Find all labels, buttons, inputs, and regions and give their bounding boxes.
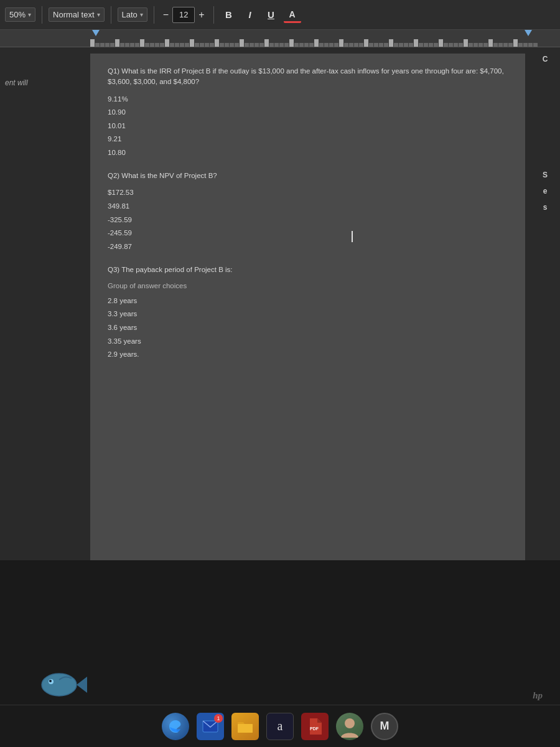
font-chevron: ▾ — [140, 11, 143, 18]
avatar-icon-svg — [338, 715, 361, 738]
ruler-right-marker[interactable] — [525, 30, 532, 36]
m-label: M — [380, 720, 390, 733]
font-size-increase[interactable]: + — [196, 9, 207, 21]
divider-4 — [213, 6, 214, 24]
q2-option-3: -325.59 — [108, 214, 508, 227]
bold-button[interactable]: B — [220, 7, 238, 23]
ruler — [0, 30, 560, 47]
svg-text:PDF: PDF — [310, 726, 319, 731]
left-margin: ent will — [0, 47, 90, 560]
svg-point-3 — [49, 680, 52, 682]
font-group: Lato ▾ — [118, 7, 147, 22]
edge-icon — [167, 718, 184, 735]
q2-option-5: -249.87 — [108, 240, 508, 254]
style-group: Normal text ▾ — [49, 7, 104, 22]
italic-button[interactable]: I — [241, 7, 259, 23]
q1-option-2: 10.90 — [108, 106, 508, 120]
right-sidebar: C S e s — [530, 47, 560, 560]
anki-label: a — [278, 719, 283, 733]
taskbar-icon-mail[interactable]: 1 — [197, 713, 224, 740]
font-size-decrease[interactable]: − — [161, 9, 171, 21]
style-chevron: ▾ — [97, 11, 100, 18]
style-select[interactable]: Normal text ▾ — [49, 7, 104, 22]
q1-option-5: 10.80 — [108, 146, 508, 160]
divider-1 — [42, 6, 42, 24]
question-2-block: Q2) What is the NPV of Project B? $172.5… — [108, 171, 508, 253]
question-2-text: Q2) What is the NPV of Project B? — [108, 171, 508, 181]
question-1-text: Q1) What is the IRR of Project B if the … — [108, 66, 508, 88]
q1-option-1: 9.11% — [108, 93, 508, 106]
mail-badge: 1 — [214, 714, 223, 723]
taskbar-icon-pdf[interactable]: PDF — [301, 713, 329, 740]
zoom-chevron: ▾ — [28, 11, 31, 18]
divider-2 — [111, 6, 111, 24]
underline-button[interactable]: U — [263, 7, 280, 23]
svg-marker-1 — [77, 677, 87, 693]
main-area: ent will Q1) What is the IRR of Project … — [0, 47, 560, 560]
zoom-group: 50% ▾ — [5, 7, 35, 22]
question-3-block: Q3) The payback period of Project B is: … — [108, 265, 508, 361]
ruler-ticks — [0, 30, 538, 47]
taskbar: 1 a PDF M — [0, 705, 560, 747]
zoom-select[interactable]: 50% ▾ — [5, 7, 35, 22]
sidebar-letter-e: e — [542, 186, 549, 197]
taskbar-icon-anki[interactable]: a — [266, 713, 294, 740]
sidebar-letter-s: S — [541, 169, 549, 181]
taskbar-icon-folder[interactable] — [231, 713, 259, 740]
q3-option-5: 2.9 years. — [108, 348, 508, 362]
q3-option-2: 3.3 years — [108, 308, 508, 321]
question-3-text: Q3) The payback period of Project B is: — [108, 265, 508, 275]
font-label: Lato — [122, 10, 138, 19]
pdf-icon-svg: PDF — [307, 718, 322, 735]
zoom-label: 50% — [9, 10, 26, 19]
divider-3 — [154, 6, 154, 24]
fish-svg — [37, 661, 87, 705]
fish-decoration — [37, 661, 87, 705]
style-label: Normal text — [53, 10, 94, 19]
taskbar-icon-m[interactable]: M — [371, 713, 398, 740]
sidebar-letter-c: C — [541, 54, 549, 65]
group-label: Group of answer choices — [108, 280, 508, 291]
q3-option-4: 3.35 years — [108, 335, 508, 349]
font-size-input[interactable] — [172, 7, 195, 23]
text-cursor — [352, 231, 353, 242]
q1-option-4: 9.21 — [108, 133, 508, 146]
question-1-block: Q1) What is the IRR of Project B if the … — [108, 66, 508, 159]
document-area[interactable]: Q1) What is the IRR of Project B if the … — [90, 54, 525, 560]
font-color-button[interactable]: A — [284, 7, 301, 23]
folder-icon-svg — [236, 719, 254, 734]
font-select[interactable]: Lato ▾ — [118, 7, 147, 22]
toolbar: 50% ▾ Normal text ▾ Lato ▾ − + B I U A — [0, 0, 560, 30]
svg-point-8 — [345, 718, 355, 728]
font-size-group: − + — [161, 7, 207, 23]
margin-text: ent will — [5, 78, 28, 87]
q1-option-3: 10.01 — [108, 120, 508, 133]
q3-option-1: 2.8 years — [108, 294, 508, 308]
q2-option-4: -245.59 — [108, 227, 508, 240]
taskbar-icon-avatar[interactable] — [336, 713, 363, 740]
taskbar-icon-browser[interactable] — [162, 713, 189, 740]
sidebar-letter-s2: s — [542, 202, 549, 213]
svg-rect-6 — [238, 724, 253, 733]
q2-option-2: 349.81 — [108, 200, 508, 214]
doc-content: Q1) What is the IRR of Project B if the … — [108, 66, 508, 362]
q2-option-1: $172.53 — [108, 186, 508, 200]
q3-option-3: 3.6 years — [108, 321, 508, 335]
ruler-left-marker[interactable] — [92, 30, 100, 36]
hp-logo: hp — [533, 690, 543, 701]
